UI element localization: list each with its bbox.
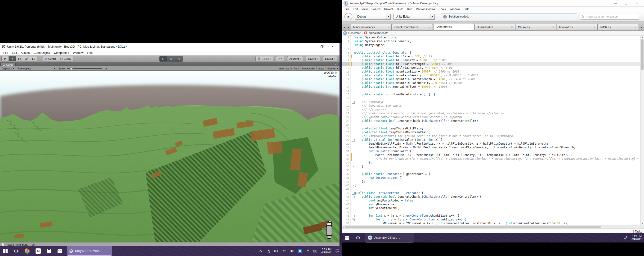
code-line-5[interactable]: 5−public abstract class Generator {: [342, 51, 641, 55]
code-line-4[interactable]: 4: [342, 47, 641, 51]
code-line-10[interactable]: 10 public static float mountainSize = 20…: [342, 70, 641, 74]
code-line-39[interactable]: 39 };: [342, 180, 641, 183]
layout-dropdown[interactable]: Layout▾: [323, 56, 337, 61]
tray-keyboard-icon[interactable]: [314, 250, 317, 252]
close-tab-icon[interactable]: ×: [552, 26, 554, 29]
code-line-22[interactable]: 22 /// <param name="chunkController">Chu…: [342, 115, 641, 119]
code-line-21[interactable]: 21 /// <returns><c>true</c>, if chunk wa…: [342, 111, 641, 115]
code-line-19[interactable]: 19 /// Generates the chunk.: [342, 104, 641, 108]
scroll-up-icon[interactable]: ▴: [641, 36, 644, 39]
run-target-dropdown[interactable]: Unity Editor▾: [394, 14, 435, 20]
code-line-23[interactable]: 23 public abstract bool GenerateChunk (C…: [342, 119, 641, 123]
aspect-dropdown[interactable]: Free Aspect▾: [16, 66, 57, 70]
fold-margin[interactable]: −: [352, 214, 355, 218]
monodevelop-task-button[interactable]: Assembly-CSharp -...: [365, 233, 414, 242]
play-button[interactable]: ▶: [159, 56, 167, 62]
rotate-tool-button[interactable]: [16, 56, 23, 61]
code-line-28[interactable]: 28− public virtual int YNoiseValue (int …: [342, 138, 641, 142]
menu-file[interactable]: File: [342, 8, 351, 11]
code-line-9[interactable]: 9 public static float hillPlainDensity =…: [342, 66, 641, 70]
scale-track[interactable]: [67, 68, 102, 69]
mute-audio-toggle[interactable]: Mute Audio: [300, 66, 316, 70]
collab-button[interactable]: ✓ Collab▾: [256, 56, 273, 61]
menu-search[interactable]: Search: [370, 8, 382, 11]
scale-slider[interactable]: Scale 1x: [57, 66, 109, 70]
menu-view[interactable]: View: [360, 8, 370, 11]
close-tab-icon[interactable]: ×: [511, 26, 513, 29]
tab-humanoid[interactable]: Humanoid.cs×: [474, 24, 515, 30]
code-line-1[interactable]: 1using System.Collections;: [342, 36, 641, 39]
code-line-3[interactable]: 3using UnityEngine;: [342, 43, 641, 47]
code-line-13[interactable]: 13 public static float mountainPlainDens…: [342, 81, 641, 85]
code-line-2[interactable]: 2using System.Collections.Generic;: [342, 39, 641, 43]
code-line-27[interactable]: 27 /// <summary>Returns the ground level…: [342, 134, 641, 138]
tab-chunk[interactable]: Chunk.cs×: [516, 24, 556, 30]
close-tab-icon[interactable]: ×: [388, 26, 389, 29]
code-line-16[interactable]: 16 public static void LoadGeneticsFile (…: [342, 92, 641, 96]
code-line-26[interactable]: 26 protected float tempYNoiseMountainPla…: [342, 130, 641, 134]
code-line-6[interactable]: 6 public static float hillSize = 30F; //…: [342, 55, 641, 58]
tray-pen-icon[interactable]: [306, 249, 310, 253]
tray-eye-icon[interactable]: [298, 249, 302, 253]
gizmos-dropdown[interactable]: Gizmos▾: [326, 66, 340, 70]
chrome-taskbar-icon[interactable]: [22, 246, 33, 256]
configuration-dropdown[interactable]: Debug▾: [355, 14, 391, 20]
tray-chevron-icon[interactable]: [259, 250, 262, 252]
code-editor[interactable]: 1using System.Collections;2using System.…: [342, 36, 644, 225]
maximize-on-play-toggle[interactable]: Maximize On Play: [277, 66, 300, 70]
code-line-30[interactable]: 30 tempYNoiseMountainPlain = Mathf.Perli…: [342, 146, 641, 149]
code-line-14[interactable]: 14 public static int mountainOffset = 10…: [342, 85, 641, 89]
tray-pen-icon[interactable]: [624, 236, 628, 239]
code-line-20[interactable]: 20 /// </summary>: [342, 108, 641, 111]
display-dropdown[interactable]: Display 1▾: [0, 66, 16, 70]
monodevelop-titlebar[interactable]: Assembly-CSharp - Scripts\Cores\Generato…: [342, 0, 644, 7]
start-button[interactable]: [0, 246, 11, 256]
tab-scroll-left-button[interactable]: ◂: [342, 24, 346, 30]
start-button[interactable]: [342, 233, 352, 242]
code-line-32[interactable]: 32 Mathf.PerlinNoise ((x + tempYNoiseHil…: [342, 153, 641, 157]
vertical-scrollbar[interactable]: ▴ ▾: [640, 36, 644, 225]
tab-scroll-right-button[interactable]: ▸: [346, 24, 351, 30]
cloud-button[interactable]: [276, 56, 284, 61]
code-line-11[interactable]: 11 public static float mountainDensity =…: [342, 74, 641, 77]
code-line-47[interactable]: 47: [342, 210, 641, 214]
fold-margin[interactable]: −: [352, 195, 355, 199]
tray-wifi-icon[interactable]: [282, 250, 286, 252]
code-line-12[interactable]: 12 public static float mountainPlainStre…: [342, 77, 641, 81]
taskbar-clock[interactable]: 8:29 PM 6/4/2017: [321, 248, 332, 254]
game-viewport[interactable]: NOTE: in alpha!: [0, 71, 340, 242]
code-line-31[interactable]: 31 return Mathf.RoundToInt (: [342, 149, 641, 153]
search-input[interactable]: Press 'Control+,' to search: [580, 14, 639, 20]
mail-taskbar-icon[interactable]: [54, 246, 65, 256]
scroll-left-icon[interactable]: ◂: [342, 225, 345, 228]
scale-knob[interactable]: [70, 67, 73, 70]
code-lines[interactable]: 1using System.Collections;2using System.…: [342, 36, 641, 225]
pivot-global-button[interactable]: Global: [58, 56, 74, 61]
task-view-button[interactable]: [352, 233, 364, 242]
vertical-scroll-thumb[interactable]: [641, 39, 644, 70]
code-line-42[interactable]: 42−public class TestGenerator : Generato…: [342, 191, 641, 195]
code-line-43[interactable]: 43− public override bool GenerateChunk (…: [342, 195, 641, 199]
tray-volume-icon[interactable]: [290, 249, 294, 252]
close-button[interactable]: ×: [636, 2, 639, 5]
unity-titlebar[interactable]: Unity 5.6.1f1 Personal (64bit) - Main.un…: [0, 43, 340, 50]
code-line-17[interactable]: 17: [342, 96, 641, 100]
stats-toggle[interactable]: Stats: [316, 66, 326, 70]
code-line-44[interactable]: 44 bool anyPartsAdded = false;: [342, 199, 641, 202]
fold-margin[interactable]: −: [352, 138, 355, 142]
tab-chunkcontroller[interactable]: ChunkController.cs×: [392, 24, 433, 30]
calculator-taskbar-icon[interactable]: [44, 246, 54, 256]
taskbar-clock[interactable]: 8:29 PM 6/4/2017: [632, 235, 642, 241]
game-tab[interactable]: Game: [0, 63, 16, 66]
menu-help[interactable]: Help: [85, 51, 95, 55]
code-line-8[interactable]: 8 public static float hillPlainStrength …: [342, 62, 641, 66]
code-line-34[interactable]: 34 );: [342, 161, 641, 164]
layers-dropdown[interactable]: Layers▾: [306, 56, 320, 61]
menu-component[interactable]: Component: [52, 51, 71, 55]
code-line-36[interactable]: 36: [342, 168, 641, 172]
menu-file[interactable]: File: [2, 51, 10, 55]
menu-help[interactable]: Help: [462, 8, 472, 11]
code-line-48[interactable]: 48− for (int x = 0; x < ChunkController.…: [342, 214, 641, 218]
fold-margin[interactable]: −: [352, 100, 355, 104]
scroll-right-icon[interactable]: ▸: [641, 225, 644, 228]
